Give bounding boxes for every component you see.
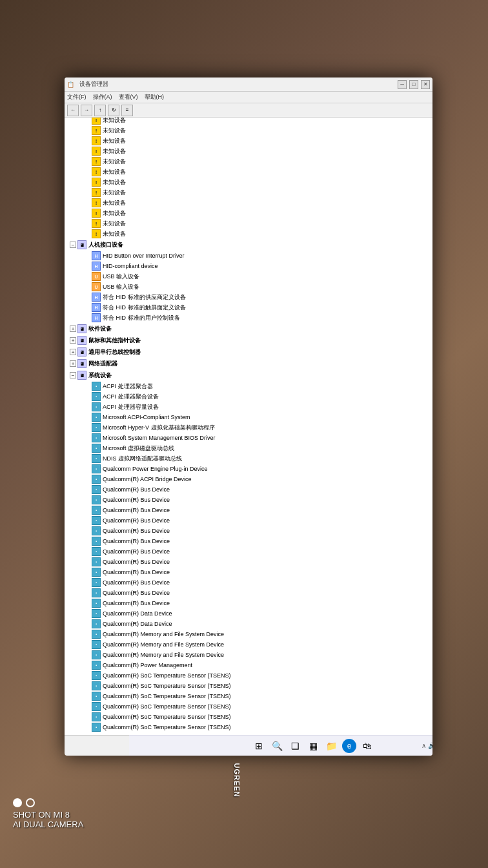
speaker-icon[interactable]: 🔊 [428, 742, 432, 749]
leaf-icon [84, 579, 90, 586]
tree-item[interactable]: Qualcomm(R) SoC Temperature Sensor (TSEN… [65, 670, 432, 681]
device-icon [92, 712, 101, 721]
start-button[interactable]: ⊞ [252, 739, 266, 753]
tree-item[interactable]: Qualcomm(R) Data Device [65, 619, 432, 629]
tree-item[interactable]: Qualcomm(R) Memory and File System Devic… [65, 650, 432, 660]
section-sound_other[interactable]: 鼠标和其他指针设备 [65, 335, 432, 346]
item-label: HID-compliant device [103, 262, 158, 271]
tree-item[interactable]: HID-compliant device [65, 261, 432, 271]
toolbar-btn-3[interactable]: ↑ [94, 105, 106, 116]
tree-item[interactable]: Qualcomm(R) SoC Temperature Sensor (TSEN… [65, 712, 432, 722]
tree-item[interactable]: Qualcomm(R) Data Device [65, 608, 432, 619]
device-tree[interactable]: 其他设备未知设备未知设备未知设备未知设备未知设备未知设备未知设备未知设备未知设备… [65, 118, 432, 735]
tree-item[interactable]: Microsoft Hyper-V 虚拟化基础架构驱动程序 [65, 422, 432, 433]
expand-icon[interactable] [70, 349, 76, 355]
section-software_devices[interactable]: 软件设备 [65, 323, 432, 335]
tree-item[interactable]: 符合 HID 标准的触屏面定义设备 [65, 302, 432, 313]
tree-item[interactable]: Qualcomm(R) Memory and File System Devic… [65, 629, 432, 639]
tree-item[interactable]: NDIS 虚拟网络适配器驱动总线 [65, 453, 432, 464]
tree-item[interactable]: Qualcomm(R) Bus Device [65, 588, 432, 598]
tree-item[interactable]: USB 输入设备 [65, 282, 432, 292]
toolbar-btn-1[interactable]: ← [67, 105, 79, 116]
tree-item[interactable]: 未知设备 [65, 167, 432, 177]
tree-item[interactable]: Qualcomm(R) Bus Device [65, 515, 432, 526]
explorer-button[interactable]: 📁 [324, 739, 338, 753]
tree-item[interactable]: Qualcomm(R) ACPI Bridge Device [65, 474, 432, 484]
tree-item[interactable]: 未知设备 [65, 229, 432, 239]
expand-icon[interactable] [70, 326, 76, 332]
widgets-button[interactable]: ▦ [306, 739, 320, 753]
store-button[interactable]: 🛍 [360, 739, 374, 753]
toolbar-btn-2[interactable]: → [81, 105, 92, 116]
tree-item[interactable]: Microsoft System Management BIOS Driver [65, 433, 432, 443]
tree-item[interactable]: Qualcomm(R) Bus Device [65, 577, 432, 588]
edge-button[interactable]: e [342, 739, 356, 753]
tree-item[interactable]: Qualcomm(R) Memory and File System Devic… [65, 639, 432, 650]
tree-item[interactable]: Qualcomm(R) Bus Device [65, 598, 432, 608]
tree-item[interactable]: Qualcomm(R) Bus Device [65, 546, 432, 557]
tree-item[interactable]: Qualcomm(R) Bus Device [65, 484, 432, 495]
tree-item[interactable]: Qualcomm Power Engine Plug-in Device [65, 464, 432, 474]
toolbar-btn-refresh[interactable]: ↻ [108, 105, 119, 116]
tree-item[interactable]: 未知设备 [65, 156, 432, 167]
tree-item[interactable]: Qualcomm(R) SoC Temperature Sensor (TSEN… [65, 722, 432, 732]
tree-item[interactable]: Qualcomm(R) Bus Device [65, 567, 432, 577]
tree-item[interactable]: Qualcomm(R) Bus Device [65, 536, 432, 546]
tree-item[interactable]: Qualcomm(R) SoC Temperature Sensor (TSEN… [65, 681, 432, 691]
tree-item[interactable]: HID Button over Interrupt Driver [65, 251, 432, 261]
tree-item[interactable]: 未知设备 [65, 146, 432, 156]
camera-watermark: SHOT ON MI 8 AI DUAL CAMERA [13, 798, 83, 829]
section-system_devices[interactable]: 系统设备 [65, 369, 432, 381]
section-general_multiport[interactable]: 通用串行总线控制器 [65, 346, 432, 358]
tree-item[interactable]: 未知设备 [65, 208, 432, 218]
tree-item[interactable]: 未知设备 [65, 118, 432, 125]
section-hid_devices[interactable]: 人机接口设备 [65, 239, 432, 251]
item-label: Qualcomm(R) Bus Device [103, 568, 170, 577]
tree-item[interactable]: USB 输入设备 [65, 271, 432, 282]
section-network[interactable]: 网络适配器 [65, 358, 432, 369]
expand-icon[interactable] [70, 372, 76, 378]
leaf-icon [84, 179, 90, 185]
tree-item[interactable]: 未知设备 [65, 218, 432, 229]
tree-item[interactable]: 未知设备 [65, 125, 432, 136]
device-icon [92, 640, 101, 649]
device-icon [92, 464, 101, 473]
minimize-button[interactable]: ─ [398, 80, 407, 89]
tree-item[interactable]: Microsoft ACPI-Compliant System [65, 412, 432, 422]
tree-item[interactable]: Qualcomm(R) Bus Device [65, 495, 432, 505]
tree-item[interactable]: 未知设备 [65, 187, 432, 198]
close-button[interactable]: ✕ [421, 80, 430, 89]
search-button[interactable]: 🔍 [270, 739, 284, 753]
tree-item[interactable]: ACPI 处理器容量设备 [65, 402, 432, 412]
tree-item[interactable]: 符合 HID 标准的供应商定义设备 [65, 292, 432, 302]
tree-item[interactable]: Qualcomm(R) Power Management [65, 660, 432, 670]
tree-item[interactable]: ACPI 处理器聚合设备 [65, 391, 432, 402]
expand-icon[interactable] [70, 360, 76, 367]
tree-item[interactable]: 未知设备 [65, 177, 432, 187]
maximize-button[interactable]: □ [409, 80, 418, 89]
tree-item[interactable]: 符合 HID 标准的用户控制设备 [65, 313, 432, 323]
device-icon [92, 251, 101, 260]
device-icon [92, 136, 101, 145]
tree-item[interactable]: ACPI 处理器聚合器 [65, 381, 432, 391]
toolbar-btn-properties[interactable]: ≡ [121, 105, 133, 116]
section-icon [77, 336, 86, 345]
leaf-icon [84, 138, 90, 144]
tree-item[interactable]: 未知设备 [65, 198, 432, 208]
menu-view[interactable]: 查看(V) [119, 93, 138, 101]
menu-action[interactable]: 操作(A) [93, 93, 112, 101]
expand-icon[interactable] [70, 337, 76, 344]
expand-icon[interactable] [70, 242, 76, 248]
menu-help[interactable]: 帮助(H) [145, 93, 165, 101]
tree-item[interactable]: Qualcomm(R) SoC Temperature Sensor (TSEN… [65, 691, 432, 701]
tree-item[interactable]: Microsoft 虚拟磁盘驱动总线 [65, 443, 432, 453]
chevron-up-icon[interactable]: ∧ [422, 742, 426, 749]
tree-item[interactable]: 未知设备 [65, 136, 432, 146]
tree-item[interactable]: Qualcomm(R) Bus Device [65, 526, 432, 536]
tree-item[interactable]: Qualcomm(R) SoC Temperature Sensor (TSEN… [65, 701, 432, 712]
task-view-button[interactable]: ❑ [288, 739, 302, 753]
menu-file[interactable]: 文件(F) [67, 93, 86, 101]
device-icon [92, 547, 101, 556]
tree-item[interactable]: Qualcomm(R) Bus Device [65, 505, 432, 515]
tree-item[interactable]: Qualcomm(R) Bus Device [65, 557, 432, 567]
